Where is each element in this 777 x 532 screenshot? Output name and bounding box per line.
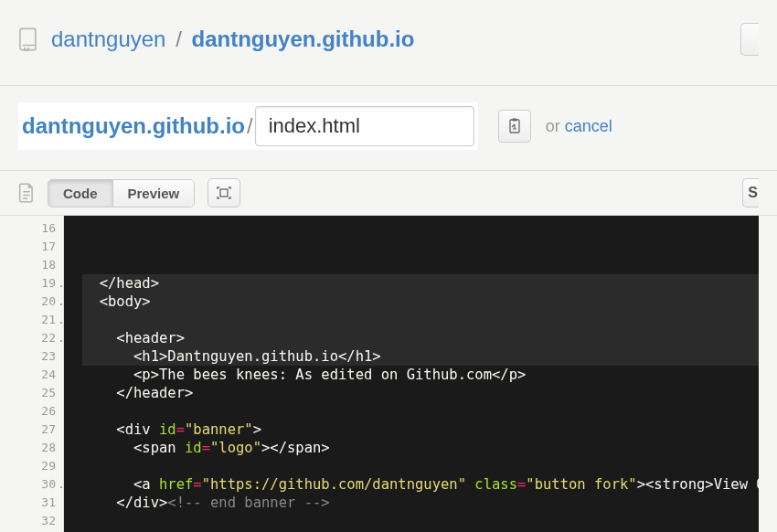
- breadcrumb: dantnguyen / dantnguyen.github.io: [51, 27, 414, 52]
- repo-link[interactable]: dantnguyen.github.io: [191, 27, 414, 51]
- code-content: </head> <body> <header> <h1>Dantnguyen.g…: [82, 274, 759, 532]
- code-area[interactable]: </head> <body> <header> <h1>Dantnguyen.g…: [64, 216, 759, 532]
- tab-code[interactable]: Code: [48, 180, 112, 207]
- cancel-link[interactable]: cancel: [565, 117, 612, 135]
- path-slash: /: [247, 113, 253, 139]
- repo-icon: [18, 27, 38, 51]
- tab-preview[interactable]: Preview: [112, 180, 195, 207]
- svg-rect-2: [220, 189, 228, 197]
- filename-input[interactable]: [255, 106, 474, 146]
- code-editor[interactable]: 161718192021222324252627282930313233 </h…: [18, 216, 759, 532]
- fullscreen-button[interactable]: [208, 178, 240, 207]
- or-cancel: or cancel: [546, 117, 612, 136]
- settings-button[interactable]: S: [742, 178, 759, 207]
- svg-rect-1: [512, 119, 516, 122]
- document-icon: [18, 183, 35, 203]
- clipboard-button[interactable]: [498, 110, 531, 143]
- tab-group: Code Preview: [48, 179, 195, 207]
- path-container: dantnguyen.github.io /: [18, 102, 478, 150]
- line-gutter: 161718192021222324252627282930313233: [18, 216, 64, 532]
- path-repo-link[interactable]: dantnguyen.github.io: [22, 113, 245, 139]
- clipboard-icon: [507, 118, 522, 134]
- file-path-row: dantnguyen.github.io / or cancel: [0, 86, 777, 170]
- watch-button[interactable]: [740, 23, 759, 56]
- breadcrumb-slash: /: [172, 27, 186, 51]
- repo-header: dantnguyen / dantnguyen.github.io: [0, 0, 777, 86]
- editor-toolbar: Code Preview S: [0, 170, 777, 216]
- fullscreen-icon: [217, 186, 231, 199]
- owner-link[interactable]: dantnguyen: [51, 27, 165, 51]
- or-text: or: [546, 117, 560, 135]
